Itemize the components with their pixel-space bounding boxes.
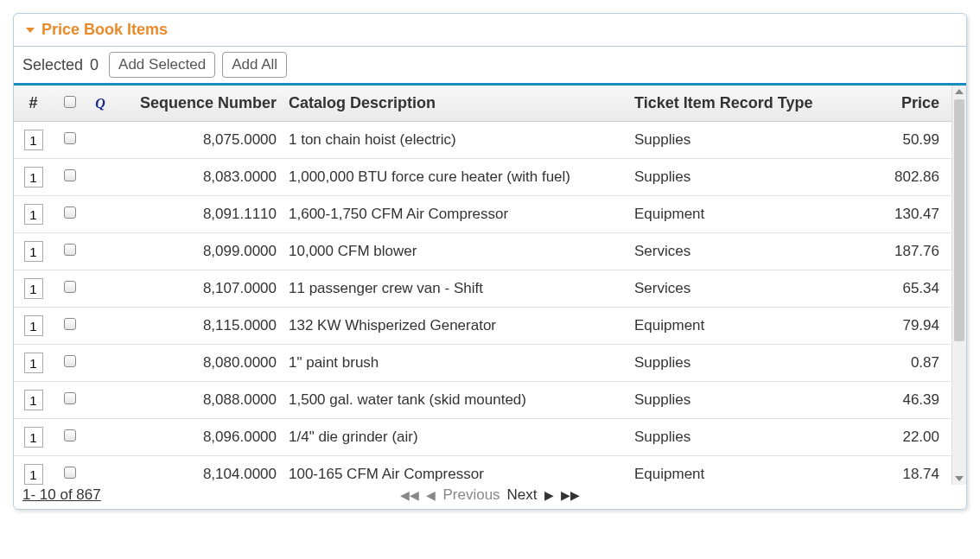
price-cell: 0.87 bbox=[843, 345, 951, 382]
quantity-input[interactable] bbox=[24, 204, 43, 225]
record-type-cell: Supplies bbox=[627, 159, 843, 196]
record-type-cell: Supplies bbox=[627, 345, 843, 382]
sequence-cell: 8,083.0000 bbox=[113, 159, 282, 196]
record-type-cell: Services bbox=[627, 233, 843, 270]
description-cell: 100-165 CFM Air Compressor bbox=[282, 456, 627, 486]
price-cell: 22.00 bbox=[843, 419, 951, 456]
col-header-sequence[interactable]: Sequence Number bbox=[113, 86, 282, 122]
quantity-input[interactable] bbox=[24, 464, 43, 485]
description-cell: 11 passenger crew van - Shift bbox=[282, 270, 627, 308]
q-cell bbox=[87, 196, 113, 233]
quantity-input[interactable] bbox=[24, 130, 43, 150]
row-checkbox[interactable] bbox=[64, 355, 76, 367]
quantity-input[interactable] bbox=[24, 167, 43, 187]
row-checkbox[interactable] bbox=[64, 429, 76, 441]
quantity-input[interactable] bbox=[24, 427, 43, 448]
sequence-cell: 8,107.0000 bbox=[113, 270, 282, 308]
record-type-cell: Equipment bbox=[627, 196, 843, 233]
sequence-cell: 8,080.0000 bbox=[113, 345, 282, 382]
row-checkbox[interactable] bbox=[64, 318, 76, 330]
description-cell: 1/4" die grinder (air) bbox=[282, 419, 627, 456]
panel-header[interactable]: Price Book Items bbox=[14, 14, 966, 47]
description-cell: 1 ton chain hoist (electric) bbox=[282, 122, 627, 159]
row-checkbox[interactable] bbox=[64, 169, 76, 181]
price-cell: 65.34 bbox=[843, 270, 951, 308]
price-cell: 18.74 bbox=[843, 456, 951, 486]
table-row[interactable]: 8,115.0000132 KW Whisperized GeneratorEq… bbox=[14, 308, 951, 345]
quantity-input[interactable] bbox=[24, 278, 43, 299]
previous-link[interactable]: Previous bbox=[442, 486, 500, 504]
q-cell bbox=[87, 122, 113, 159]
price-cell: 802.86 bbox=[843, 159, 951, 196]
q-cell bbox=[87, 159, 113, 196]
table-row[interactable]: 8,091.11101,600-1,750 CFM Air Compressor… bbox=[14, 196, 951, 233]
q-cell bbox=[87, 382, 113, 419]
price-cell: 130.47 bbox=[843, 196, 951, 233]
row-checkbox[interactable] bbox=[64, 244, 76, 256]
table-row[interactable]: 8,083.00001,000,000 BTU force cure heate… bbox=[14, 159, 951, 196]
row-checkbox[interactable] bbox=[64, 132, 76, 144]
row-checkbox[interactable] bbox=[64, 467, 76, 479]
description-cell: 10,000 CFM blower bbox=[282, 233, 627, 270]
quantity-input[interactable] bbox=[24, 353, 43, 373]
table-row[interactable]: 8,107.000011 passenger crew van - ShiftS… bbox=[14, 270, 951, 308]
sequence-cell: 8,091.1110 bbox=[113, 196, 282, 233]
scroll-up-icon[interactable] bbox=[955, 89, 964, 94]
next-page-icon[interactable]: ▶ bbox=[544, 488, 554, 502]
quantity-input[interactable] bbox=[24, 241, 43, 262]
price-cell: 187.76 bbox=[843, 233, 951, 270]
sequence-cell: 8,088.0000 bbox=[113, 382, 282, 419]
record-type-cell: Supplies bbox=[627, 419, 843, 456]
scroll-down-icon[interactable] bbox=[955, 476, 964, 481]
table-container: # Q Sequence Number Catalog Description … bbox=[14, 86, 966, 485]
record-type-cell: Equipment bbox=[627, 456, 843, 486]
add-selected-button[interactable]: Add Selected bbox=[109, 52, 215, 78]
description-cell: 1" paint brush bbox=[282, 345, 627, 382]
q-cell bbox=[87, 419, 113, 456]
last-page-icon[interactable]: ▶▶ bbox=[561, 488, 580, 502]
q-cell bbox=[87, 233, 113, 270]
selected-label: Selected bbox=[22, 56, 83, 74]
description-cell: 1,000,000 BTU force cure heater (with fu… bbox=[282, 159, 627, 196]
table-row[interactable]: 8,104.0000100-165 CFM Air CompressorEqui… bbox=[14, 456, 951, 486]
quantity-input[interactable] bbox=[24, 390, 43, 410]
col-header-record-type[interactable]: Ticket Item Record Type bbox=[627, 86, 843, 122]
row-checkbox[interactable] bbox=[64, 392, 76, 404]
price-book-panel: Price Book Items Selected 0 Add Selected… bbox=[13, 13, 967, 510]
price-cell: 46.39 bbox=[843, 382, 951, 419]
pager-range[interactable]: 1- 10 of 867 bbox=[22, 486, 101, 504]
col-header-price[interactable]: Price bbox=[843, 86, 951, 122]
vertical-scrollbar[interactable] bbox=[951, 86, 966, 485]
row-checkbox[interactable] bbox=[64, 206, 76, 219]
description-cell: 1,600-1,750 CFM Air Compressor bbox=[282, 196, 627, 233]
scroll-thumb[interactable] bbox=[954, 99, 964, 341]
table-row[interactable]: 8,075.00001 ton chain hoist (electric)Su… bbox=[14, 122, 951, 159]
col-header-description[interactable]: Catalog Description bbox=[282, 86, 627, 122]
row-checkbox[interactable] bbox=[64, 281, 76, 293]
price-book-table: # Q Sequence Number Catalog Description … bbox=[14, 86, 951, 485]
selected-count: 0 bbox=[90, 56, 99, 74]
header-checkbox[interactable] bbox=[64, 96, 76, 108]
sequence-cell: 8,096.0000 bbox=[113, 419, 282, 456]
q-cell bbox=[87, 456, 113, 486]
col-header-checkbox[interactable] bbox=[53, 86, 87, 122]
price-cell: 50.99 bbox=[843, 122, 951, 159]
collapse-icon[interactable] bbox=[26, 28, 35, 33]
sequence-cell: 8,104.0000 bbox=[113, 456, 282, 486]
col-header-q[interactable]: Q bbox=[87, 86, 113, 122]
next-link[interactable]: Next bbox=[507, 486, 538, 504]
table-row[interactable]: 8,080.00001" paint brushSupplies0.87 bbox=[14, 345, 951, 382]
add-all-button[interactable]: Add All bbox=[222, 52, 287, 78]
quantity-input[interactable] bbox=[24, 315, 43, 336]
first-page-icon[interactable]: ◀◀ bbox=[400, 488, 419, 502]
table-row[interactable]: 8,088.00001,500 gal. water tank (skid mo… bbox=[14, 382, 951, 419]
record-type-cell: Supplies bbox=[627, 122, 843, 159]
prev-page-icon[interactable]: ◀ bbox=[426, 488, 436, 502]
q-cell bbox=[87, 270, 113, 308]
table-row[interactable]: 8,099.000010,000 CFM blowerServices187.7… bbox=[14, 233, 951, 270]
panel-title: Price Book Items bbox=[41, 21, 168, 39]
table-row[interactable]: 8,096.00001/4" die grinder (air)Supplies… bbox=[14, 419, 951, 456]
col-header-num[interactable]: # bbox=[14, 86, 53, 122]
q-cell bbox=[87, 345, 113, 382]
record-type-cell: Services bbox=[627, 270, 843, 308]
